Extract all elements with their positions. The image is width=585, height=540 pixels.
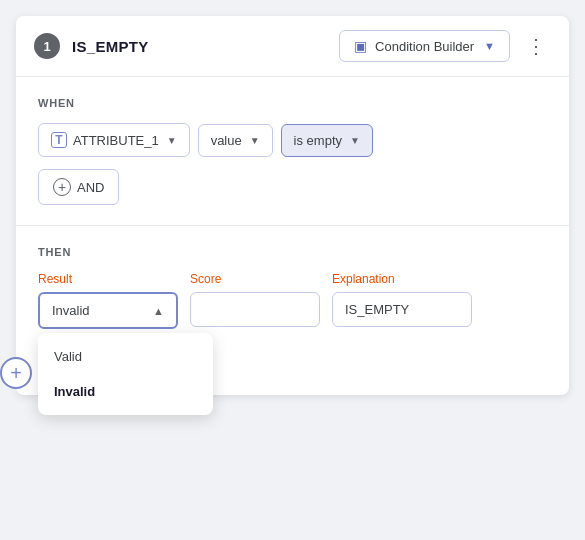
result-label: Result <box>38 272 178 286</box>
step-number: 1 <box>34 33 60 59</box>
explanation-value: IS_EMPTY <box>332 292 472 327</box>
when-section: WHEN T ATTRIBUTE_1 ▼ value ▼ is empty ▼ … <box>16 77 569 226</box>
dropdown-item-invalid[interactable]: Invalid <box>38 374 213 409</box>
condition-select[interactable]: is empty ▼ <box>281 124 373 157</box>
value-select[interactable]: value ▼ <box>198 124 273 157</box>
card-header: 1 IS_EMPTY ▣ Condition Builder ▼ ⋮ <box>16 16 569 77</box>
main-card: 1 IS_EMPTY ▣ Condition Builder ▼ ⋮ WHEN … <box>16 16 569 395</box>
more-options-button[interactable]: ⋮ <box>522 32 551 60</box>
chevron-down-icon: ▼ <box>484 40 495 52</box>
when-row: T ATTRIBUTE_1 ▼ value ▼ is empty ▼ <box>38 123 547 157</box>
score-label: Score <box>190 272 320 286</box>
score-input[interactable] <box>190 292 320 327</box>
result-chevron-up-icon: ▲ <box>153 305 164 317</box>
condition-chevron-icon: ▼ <box>350 135 360 146</box>
plus-circle-icon: + <box>53 178 71 196</box>
value-label: value <box>211 133 242 148</box>
then-fields-row: Result Invalid ▲ Valid Invalid Score Exp… <box>38 272 547 329</box>
attribute-select[interactable]: T ATTRIBUTE_1 ▼ <box>38 123 190 157</box>
result-value: Invalid <box>52 303 90 318</box>
dropdown-item-valid[interactable]: Valid <box>38 339 213 374</box>
add-rule-button[interactable]: + <box>0 357 32 389</box>
type-icon: T <box>51 132 67 148</box>
then-section: THEN Result Invalid ▲ Valid Invalid Scor… <box>16 226 569 345</box>
explanation-field-group: Explanation IS_EMPTY <box>332 272 472 327</box>
condition-builder-label: Condition Builder <box>375 39 474 54</box>
attribute-label: ATTRIBUTE_1 <box>73 133 159 148</box>
result-field-group: Result Invalid ▲ Valid Invalid <box>38 272 178 329</box>
document-icon: ▣ <box>354 38 367 54</box>
page-title: IS_EMPTY <box>72 38 327 55</box>
when-label: WHEN <box>38 97 547 109</box>
value-chevron-icon: ▼ <box>250 135 260 146</box>
condition-builder-button[interactable]: ▣ Condition Builder ▼ <box>339 30 510 62</box>
attribute-chevron-icon: ▼ <box>167 135 177 146</box>
explanation-label: Explanation <box>332 272 472 286</box>
result-select[interactable]: Invalid ▲ <box>38 292 178 329</box>
add-rule-icon: + <box>10 362 22 385</box>
and-label: AND <box>77 180 104 195</box>
score-field-group: Score <box>190 272 320 327</box>
then-label: THEN <box>38 246 547 258</box>
and-button[interactable]: + AND <box>38 169 119 205</box>
condition-label: is empty <box>294 133 342 148</box>
result-dropdown-menu: Valid Invalid <box>38 333 213 415</box>
